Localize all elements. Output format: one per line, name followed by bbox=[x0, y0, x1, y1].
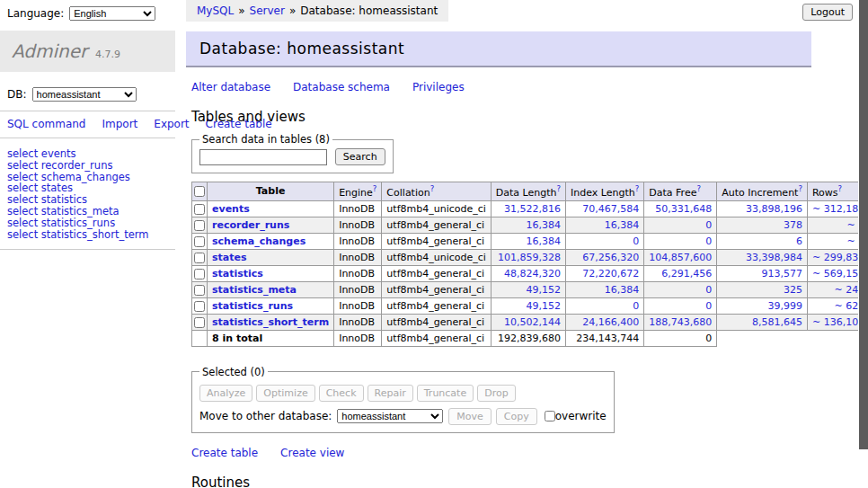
column-help-link[interactable]: ? bbox=[557, 184, 562, 193]
copy-button[interactable]: Copy bbox=[496, 408, 537, 425]
overwrite-checkbox[interactable] bbox=[545, 411, 555, 421]
create-links: Create tableCreate view bbox=[191, 447, 858, 459]
sidebar-select-link[interactable]: select statistics_runs bbox=[7, 217, 175, 229]
main-panel: Database: homeassistant Alter databaseDa… bbox=[186, 22, 858, 488]
column-header-label: Data Length bbox=[496, 187, 557, 199]
table-row: statistics_runsInnoDButf8mb4_general_ci4… bbox=[192, 297, 868, 314]
search-legend: Search data in tables (8) bbox=[199, 133, 332, 146]
engine-cell: InnoDB bbox=[334, 200, 382, 217]
drop-button[interactable]: Drop bbox=[477, 385, 515, 402]
rows-count-link[interactable]: ~ 569,159 bbox=[812, 268, 864, 279]
sidebar-action-link[interactable]: Export bbox=[154, 118, 189, 130]
row-check-cell bbox=[192, 200, 208, 217]
select-all-checkbox[interactable] bbox=[194, 186, 205, 197]
engine-cell: InnoDB bbox=[334, 281, 382, 297]
truncate-button[interactable]: Truncate bbox=[417, 385, 474, 402]
language-select[interactable]: English bbox=[69, 6, 155, 21]
row-checkbox[interactable] bbox=[194, 220, 205, 231]
column-header: Index Length? bbox=[566, 182, 644, 201]
db-select[interactable]: homeassistant bbox=[32, 87, 137, 102]
scrollbar-thumb[interactable] bbox=[859, 0, 868, 449]
table-header-row: TableEngine?Collation?Data Length?Index … bbox=[192, 182, 868, 201]
sidebar-action-link[interactable]: Import bbox=[102, 118, 137, 130]
row-checkbox[interactable] bbox=[194, 285, 205, 296]
selected-legend: Selected (0) bbox=[199, 366, 268, 378]
select-all-cell bbox=[192, 182, 208, 201]
database-link[interactable]: Privileges bbox=[412, 81, 465, 93]
column-help-link[interactable]: ? bbox=[798, 184, 802, 193]
table-link[interactable]: statistics_runs bbox=[212, 300, 293, 312]
repair-button[interactable]: Repair bbox=[368, 385, 413, 402]
breadcrumb-link[interactable]: MySQL bbox=[197, 4, 234, 17]
table-link[interactable]: statistics_short_term bbox=[212, 316, 329, 328]
column-help-link[interactable]: ? bbox=[373, 184, 377, 193]
create-link[interactable]: Create view bbox=[280, 447, 344, 459]
table-link[interactable]: events bbox=[212, 203, 250, 215]
row-checkbox[interactable] bbox=[194, 253, 205, 263]
data-length-cell: 31,522,816 bbox=[491, 200, 565, 217]
total-index-length-cell: 234,143,744 bbox=[566, 330, 644, 346]
optimize-button[interactable]: Optimize bbox=[256, 385, 314, 402]
app-version: 4.7.9 bbox=[95, 49, 120, 60]
breadcrumb-separator: » bbox=[238, 4, 244, 17]
analyze-button[interactable]: Analyze bbox=[199, 385, 252, 402]
sidebar-divider bbox=[0, 249, 175, 250]
row-checkbox[interactable] bbox=[194, 236, 205, 247]
row-checkbox[interactable] bbox=[194, 269, 205, 279]
rows-count-link[interactable]: ~ 299,833 bbox=[812, 252, 864, 263]
data-free-cell: 104,857,600 bbox=[644, 249, 717, 265]
table-link[interactable]: states bbox=[212, 252, 247, 263]
selected-buttons: AnalyzeOptimizeCheckRepairTruncateDrop bbox=[199, 385, 607, 402]
sidebar-select-link[interactable]: select statistics_short_term bbox=[7, 229, 175, 241]
table-link[interactable]: schema_changes bbox=[212, 235, 306, 247]
rows-count-link[interactable]: ~ 136,108 bbox=[812, 316, 864, 328]
move-button[interactable]: Move bbox=[448, 408, 492, 425]
sidebar-select-link[interactable]: select statistics_meta bbox=[7, 206, 175, 217]
index-length-cell: 16,384 bbox=[566, 281, 644, 297]
collation-cell: utf8mb4_unicode_ci bbox=[382, 200, 491, 217]
create-link[interactable]: Create table bbox=[191, 447, 258, 459]
total-empty-cell bbox=[192, 330, 208, 346]
search-input[interactable] bbox=[199, 149, 327, 165]
move-database-select[interactable]: homeassistant bbox=[337, 409, 443, 423]
table-link[interactable]: recorder_runs bbox=[212, 219, 289, 231]
sidebar-action-link[interactable]: SQL command bbox=[7, 118, 85, 130]
sidebar-select-link[interactable]: select recorder_runs bbox=[7, 160, 175, 172]
row-checkbox[interactable] bbox=[194, 204, 205, 215]
column-help-link[interactable]: ? bbox=[430, 184, 435, 193]
data-length-cell: 16,384 bbox=[491, 217, 565, 233]
row-checkbox[interactable] bbox=[194, 301, 205, 312]
breadcrumb: MySQL»Server»Database: homeassistant bbox=[186, 0, 448, 22]
column-help-link[interactable]: ? bbox=[838, 184, 843, 193]
search-button[interactable]: Search bbox=[335, 148, 385, 165]
data-free-cell: 0 bbox=[644, 233, 717, 249]
table-name-cell: statistics_meta bbox=[208, 281, 334, 297]
breadcrumb-link[interactable]: Server bbox=[250, 4, 285, 17]
scrollbar-track[interactable] bbox=[858, 0, 868, 488]
data-length-cell: 49,152 bbox=[491, 297, 565, 314]
index-length-cell: 0 bbox=[566, 233, 644, 249]
rows-count-link[interactable]: ~ 312,180 bbox=[812, 203, 864, 215]
logout-button[interactable]: Logout bbox=[802, 4, 853, 21]
table-link[interactable]: statistics bbox=[212, 268, 263, 279]
sidebar-select-link[interactable]: select events bbox=[7, 148, 175, 160]
database-link[interactable]: Alter database bbox=[191, 81, 270, 93]
database-link[interactable]: Database schema bbox=[293, 81, 390, 93]
table-link[interactable]: statistics_meta bbox=[212, 284, 297, 296]
column-header: Engine? bbox=[334, 182, 382, 201]
row-checkbox[interactable] bbox=[194, 317, 205, 328]
engine-cell: InnoDB bbox=[334, 297, 382, 314]
column-help-link[interactable]: ? bbox=[696, 184, 701, 193]
overwrite-label: overwrite bbox=[555, 410, 607, 422]
check-button[interactable]: Check bbox=[319, 385, 364, 402]
total-data-free-cell: 0 bbox=[644, 330, 717, 346]
move-row: Move to other database: homeassistant Mo… bbox=[199, 408, 607, 425]
data-free-cell: 0 bbox=[644, 217, 717, 233]
column-header: Data Length? bbox=[491, 182, 565, 201]
total-label-cell: 8 in total bbox=[208, 330, 334, 346]
auto-increment-cell: 913,577 bbox=[717, 265, 808, 281]
collation-cell: utf8mb4_general_ci bbox=[382, 217, 491, 233]
data-length-cell: 101,859,328 bbox=[491, 249, 565, 265]
column-help-link[interactable]: ? bbox=[635, 184, 640, 193]
engine-cell: InnoDB bbox=[334, 233, 382, 249]
